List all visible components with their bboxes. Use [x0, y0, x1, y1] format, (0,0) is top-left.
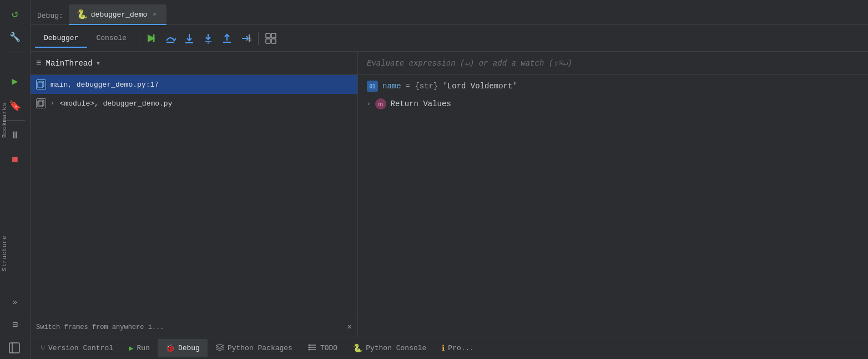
dropdown-chevron-icon: ▾ — [96, 58, 100, 68]
tab-run-label: Run — [137, 344, 149, 352]
todo-icon — [308, 343, 317, 353]
frame-icon-1 — [36, 98, 46, 108]
tab-debugger[interactable]: Debugger — [35, 28, 87, 48]
main-container: Debug: 🐍 debugger_demo × Debugger Consol… — [31, 0, 868, 359]
refresh-icon[interactable]: ↺ — [5, 4, 25, 24]
frame-item-0[interactable]: main, debugger_demo.py:17 — [31, 75, 357, 94]
svg-text:I: I — [207, 41, 209, 44]
svg-rect-24 — [9, 343, 19, 353]
step-into-my-icon: I — [203, 33, 214, 44]
panels-icon[interactable]: ⊟ — [5, 315, 25, 335]
var-icon-text-0: 01 — [369, 83, 375, 89]
variable-item-return[interactable]: › m Return Values — [358, 95, 868, 113]
layers-icon — [215, 343, 224, 351]
tab-name-label: debugger_demo — [91, 11, 147, 19]
svg-text:I: I — [250, 37, 251, 42]
var-name-1: Return Values — [391, 99, 451, 108]
var-name-0: name — [382, 82, 401, 91]
tab-debug-label: Debug — [178, 344, 200, 352]
expression-bar[interactable]: Evaluate expression (↵) or add a watch (… — [358, 52, 868, 75]
bottom-tab-bar: ⑂ Version Control ▶ Run 🐞 Debug Python P… — [31, 337, 868, 359]
notification-close-button[interactable]: × — [347, 323, 352, 332]
thread-selector[interactable]: MainThread ▾ — [46, 58, 100, 68]
stop-icon[interactable]: ■ — [5, 149, 25, 169]
svg-rect-11 — [271, 33, 276, 38]
view-breakpoints-button[interactable] — [262, 29, 280, 47]
tab-run[interactable]: ▶ Run — [121, 339, 158, 357]
tab-todo[interactable]: TODO — [300, 339, 345, 358]
thread-name: MainThread — [46, 59, 93, 68]
python-packages-icon — [215, 343, 224, 353]
tab-close-button[interactable]: × — [150, 10, 159, 19]
frame-item-1[interactable]: › <module>, debugger_demo.py — [31, 94, 357, 113]
expand-arrow-icon[interactable]: › — [367, 101, 371, 107]
tab-bar: Debug: 🐍 debugger_demo × — [31, 0, 868, 25]
debugger-demo-tab[interactable]: 🐍 debugger_demo × — [69, 4, 166, 24]
todo-list-icon — [308, 343, 317, 351]
run-to-cursor-icon: I — [240, 33, 251, 44]
more-icon[interactable]: » — [5, 292, 25, 312]
frames-pane: ≡ MainThread ▾ main, debugger_demo — [31, 52, 358, 337]
notification-text: Switch frames from anywhere i... — [36, 323, 343, 331]
toolbar-sep-1 — [139, 32, 139, 45]
thread-selector-header: ≡ MainThread ▾ — [31, 52, 357, 75]
tab-version-control[interactable]: ⑂ Version Control — [33, 340, 121, 357]
settings-icon[interactable]: 🔧 — [5, 27, 25, 47]
run-icon: ▶ — [129, 343, 133, 353]
step-buttons: I I — [143, 29, 255, 47]
expression-placeholder: Evaluate expression (↵) or add a watch (… — [367, 58, 572, 68]
python-icon: 🐍 — [77, 9, 88, 20]
var-value-0: 'Lord Voldemort' — [442, 82, 517, 91]
pro-icon: ℹ — [442, 343, 445, 353]
tab-pro-label: Pro... — [448, 344, 474, 352]
svg-point-22 — [308, 346, 310, 348]
expand-sidebar-button[interactable] — [7, 340, 22, 356]
variables-list: 01 name = {str} 'Lord Voldemort' › m Ret… — [358, 75, 868, 337]
svg-rect-12 — [266, 39, 270, 43]
content-area: ≡ MainThread ▾ main, debugger_demo — [31, 52, 868, 337]
notification-bar: Switch frames from anywhere i... × — [31, 317, 357, 337]
var-type-0: = {str} — [406, 82, 438, 91]
resume-button[interactable] — [143, 29, 160, 47]
svg-rect-10 — [266, 33, 270, 38]
toolbar-sep-2 — [258, 32, 259, 45]
version-control-icon: ⑂ — [41, 344, 45, 353]
tab-python-console[interactable]: 🐍 Python Console — [345, 339, 434, 357]
debug-icon: 🐞 — [165, 343, 175, 353]
debug-label: Debug: — [35, 7, 69, 24]
structure-label: Structure — [0, 233, 9, 273]
step-out-button[interactable] — [218, 29, 236, 47]
tab-console[interactable]: Console — [87, 28, 135, 48]
variable-item-name[interactable]: 01 name = {str} 'Lord Voldemort' — [358, 77, 868, 95]
debugger-tabs: Debugger Console — [35, 28, 135, 48]
tab-pro[interactable]: ℹ Pro... — [434, 339, 482, 357]
thread-menu-icon: ≡ — [36, 58, 42, 68]
tab-python-packages[interactable]: Python Packages — [208, 339, 300, 358]
frame-label-0: main, debugger_demo.py:17 — [51, 81, 159, 89]
step-into-my-button[interactable]: I — [199, 29, 217, 47]
frames-list: main, debugger_demo.py:17 › <module>, de… — [31, 75, 357, 317]
step-into-button[interactable] — [180, 29, 198, 47]
svg-point-23 — [308, 348, 310, 350]
svg-point-21 — [308, 344, 310, 346]
console-tab-label: Console — [96, 34, 127, 42]
svg-rect-15 — [38, 82, 43, 88]
frame-icon-0 — [36, 79, 46, 89]
step-over-button[interactable] — [162, 29, 179, 47]
tab-todo-label: TODO — [320, 344, 337, 352]
var-icon-text-1: m — [378, 101, 383, 107]
tab-debug[interactable]: 🐞 Debug — [158, 339, 208, 357]
var-type-icon-return: m — [375, 98, 386, 109]
debugger-tab-label: Debugger — [44, 34, 78, 42]
step-out-icon — [221, 33, 233, 44]
frame-copy-icon — [37, 81, 45, 88]
frame-label-1: <module>, debugger_demo.py — [60, 99, 173, 108]
frame-expand-arrow: › — [51, 100, 54, 107]
variables-pane: Evaluate expression (↵) or add a watch (… — [358, 52, 868, 337]
run-to-cursor-button[interactable]: I — [237, 29, 255, 47]
resume-program-icon[interactable]: ▶ — [5, 71, 25, 91]
frame-copy-icon-2 — [37, 99, 45, 107]
debug-text: Debug: — [37, 12, 63, 20]
resume-svg-icon — [145, 32, 158, 44]
step-into-icon — [184, 33, 195, 44]
